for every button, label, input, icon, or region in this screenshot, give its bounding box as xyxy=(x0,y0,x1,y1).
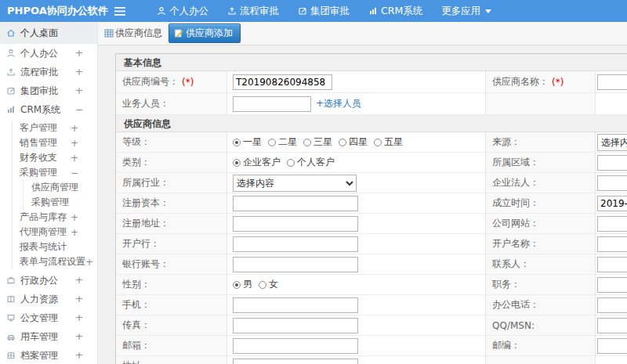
nav-label: 集团审批 xyxy=(310,5,350,18)
company-website-input[interactable] xyxy=(597,216,627,232)
nav-label: 流程审批 xyxy=(240,5,279,18)
field-cell xyxy=(227,193,486,213)
established-date-input[interactable] xyxy=(597,196,627,211)
level-radio-5star[interactable]: 五星 xyxy=(374,135,403,149)
expand-icon[interactable]: + xyxy=(75,312,83,323)
registered-address-input[interactable] xyxy=(233,216,358,232)
level-radio-4star[interactable]: 四星 xyxy=(339,135,368,149)
office-phone-input[interactable] xyxy=(597,297,627,313)
form-row: 所属行业： 选择内容 企业法人： xyxy=(116,173,627,193)
sidebar-item-personal-desktop[interactable]: 个人桌面 xyxy=(0,22,97,44)
radio-label: 企业客户 xyxy=(243,156,281,169)
collapse-icon[interactable]: − xyxy=(75,104,83,115)
sidebar-item-document-mgmt[interactable]: 公文管理 + xyxy=(0,308,97,327)
position-input[interactable] xyxy=(597,277,627,293)
registered-capital-input[interactable] xyxy=(233,196,358,211)
sidebar-item-label: 财务收支 xyxy=(20,151,71,164)
tab-supplier-add[interactable]: 供应商添加 xyxy=(169,23,241,43)
app-logo: PHPOA协同办公软件 xyxy=(0,4,100,18)
gender-radio-male[interactable]: 男 xyxy=(233,278,252,291)
field-cell: 企业客户 个人客户 xyxy=(227,153,486,172)
choose-staff-link[interactable]: +选择人员 xyxy=(316,97,361,110)
gender-radio-female[interactable]: 女 xyxy=(259,278,278,291)
tab-supplier-info[interactable]: 供应商信息 xyxy=(104,27,162,40)
industry-select[interactable]: 选择内容 xyxy=(233,175,357,192)
bank-account-input[interactable] xyxy=(233,257,358,272)
legal-person-input[interactable] xyxy=(597,175,627,191)
radio-icon xyxy=(233,281,241,289)
expand-icon[interactable]: + xyxy=(71,123,78,134)
collapse-icon[interactable]: − xyxy=(71,168,78,178)
expand-icon[interactable]: + xyxy=(75,294,83,305)
field-cell xyxy=(227,315,486,335)
radio-label: 一星 xyxy=(243,135,262,149)
address-input[interactable] xyxy=(233,359,358,364)
level-radio-3star[interactable]: 三星 xyxy=(303,135,332,149)
contact-input[interactable] xyxy=(597,257,627,272)
bank-input[interactable] xyxy=(233,236,358,252)
nav-workflow-approval[interactable]: 流程审批 xyxy=(218,0,288,22)
field-cell xyxy=(596,193,627,213)
expand-icon[interactable]: + xyxy=(71,227,78,238)
expand-icon[interactable]: + xyxy=(71,212,78,223)
expand-icon[interactable]: + xyxy=(75,67,83,77)
nav-more-apps[interactable]: 更多应用 xyxy=(432,0,501,22)
fax-input[interactable] xyxy=(233,318,358,333)
field-cell xyxy=(596,71,627,92)
sidebar-item-vehicle-mgmt[interactable]: 用车管理 + xyxy=(0,327,97,346)
sidebar-item-agent-mgmt[interactable]: 代理商管理 + xyxy=(13,225,97,240)
sidebar-item-workflow-approval[interactable]: 流程审批 + xyxy=(0,63,97,81)
expand-icon[interactable]: + xyxy=(75,350,83,361)
region-input[interactable] xyxy=(597,155,627,171)
source-select[interactable]: 选择内容 xyxy=(597,134,627,151)
sidebar-item-archive-mgmt[interactable]: 档案管理 + xyxy=(0,346,97,364)
sidebar-item-product-inventory[interactable]: 产品与库存 + xyxy=(13,210,97,225)
sidebar-item-group-approval[interactable]: 集团审批 + xyxy=(0,81,97,100)
expand-icon[interactable]: + xyxy=(85,257,93,268)
expand-icon[interactable]: + xyxy=(75,331,83,342)
sidebar-item-crm-system[interactable]: CRM系统 − xyxy=(0,100,97,119)
hamburger-icon[interactable] xyxy=(114,7,127,16)
category-radio-company[interactable]: 企业客户 xyxy=(233,156,281,169)
form-row: 银行账号： 联系人： xyxy=(116,254,627,275)
nav-group-approval[interactable]: 集团审批 xyxy=(288,0,359,22)
staff-input[interactable] xyxy=(233,96,311,112)
postcode-input[interactable] xyxy=(597,338,627,354)
expand-icon[interactable]: + xyxy=(75,48,83,59)
form-row: 供应商编号： (*) 供应商名称： (*) xyxy=(116,71,627,93)
sidebar-item-customer-mgmt[interactable]: 客户管理 + xyxy=(13,121,97,135)
edit-square-icon xyxy=(298,6,307,16)
sidebar-item-form-flow-settings[interactable]: 表单与流程设置 + xyxy=(13,254,97,269)
supplier-no-input[interactable] xyxy=(233,74,332,90)
expand-icon[interactable]: + xyxy=(71,138,78,149)
field-label: 供应商编号： (*) xyxy=(116,71,227,92)
level-radio-1star[interactable]: 一星 xyxy=(233,135,262,149)
expand-icon[interactable]: + xyxy=(75,85,83,96)
sidebar-item-purchase-mgmt[interactable]: 采购管理 − xyxy=(13,165,97,180)
nav-crm-system[interactable]: CRM系统 xyxy=(359,0,432,22)
sidebar-item-personal-office[interactable]: 个人办公 + xyxy=(0,44,97,63)
level-radio-2star[interactable]: 二星 xyxy=(268,135,297,149)
sidebar-item-label: 表单与流程设置 xyxy=(20,255,85,268)
email-input[interactable] xyxy=(233,338,358,354)
field-label: QQ/MSN: xyxy=(486,315,596,335)
qq-msn-input[interactable] xyxy=(597,318,627,333)
nav-personal-office[interactable]: 个人办公 xyxy=(147,0,218,22)
sidebar-item-label: 个人办公 xyxy=(20,47,75,60)
nav-label: 个人办公 xyxy=(169,5,208,18)
category-radio-personal[interactable]: 个人客户 xyxy=(287,156,335,169)
sidebar-item-admin-office[interactable]: 行政办公 + xyxy=(0,271,97,290)
expand-icon[interactable]: + xyxy=(75,275,83,286)
sidebar-item-sales-mgmt[interactable]: 销售管理 + xyxy=(13,135,97,150)
account-name-input[interactable] xyxy=(597,236,627,252)
sidebar-item-finance[interactable]: 财务收支 + xyxy=(13,150,97,165)
supplier-name-input[interactable] xyxy=(597,74,627,90)
sidebar-item-supplier-mgmt[interactable]: 供应商管理 xyxy=(24,180,97,195)
staff-label: 业务人员： xyxy=(122,97,169,110)
tab-label: 供应商信息 xyxy=(115,27,162,40)
expand-icon[interactable]: + xyxy=(71,153,78,164)
mobile-input[interactable] xyxy=(233,297,358,313)
sidebar-item-human-resources[interactable]: 人力资源 + xyxy=(0,290,97,308)
sidebar-item-reports-stats[interactable]: 报表与统计 xyxy=(13,240,97,254)
sidebar-item-procurement-mgmt[interactable]: 采购管理 xyxy=(24,195,97,210)
